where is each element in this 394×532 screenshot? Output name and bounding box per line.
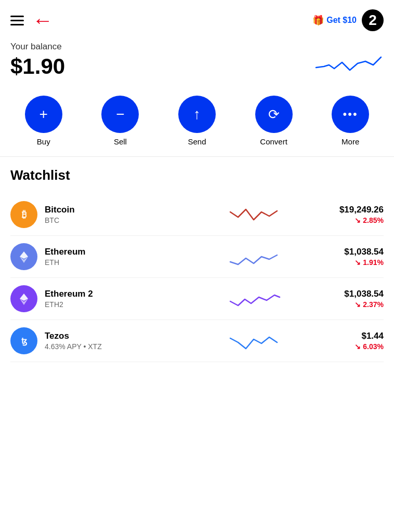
eth-price-value: $1,038.54 [326,247,384,257]
eth-chart [186,244,326,270]
eth2-price-value: $1,038.54 [326,289,384,299]
more-icon: ••• [343,108,358,121]
notification-count: 2 [369,12,377,29]
sell-label: Sell [114,137,127,146]
buy-label: Buy [37,137,50,146]
header-left: ← [10,10,53,31]
xtz-price-value: $1.44 [326,331,384,341]
buy-icon: + [40,106,48,123]
btc-info: Bitcoin BTC [45,205,186,224]
btc-chart [186,202,326,228]
btc-price-change: ↘ 2.85% [326,216,384,224]
convert-label: Convert [260,137,287,146]
eth2-name: Ethereum 2 [45,289,186,299]
sell-action[interactable]: − Sell [101,96,139,146]
btc-price-value: $19,249.26 [326,205,384,215]
eth-icon [10,243,37,270]
send-circle: ↑ [178,96,216,133]
eth2-info: Ethereum 2 ETH2 [45,289,186,309]
eth2-icon [10,285,37,312]
header-right: 🎁 Get $10 2 [312,9,384,31]
btc-price: $19,249.26 ↘ 2.85% [326,205,384,224]
btc-ticker: BTC [45,216,186,224]
buy-action[interactable]: + Buy [25,96,62,146]
eth-price: $1,038.54 ↘ 1.91% [326,247,384,267]
eth-info: Ethereum ETH [45,247,186,267]
eth2-price-change: ↘ 2.37% [326,300,384,309]
eth-price-change: ↘ 1.91% [326,258,384,267]
watchlist-section: Watchlist ₿ Bitcoin BTC $19,249.26 ↘ 2.8… [0,167,394,362]
btc-name: Bitcoin [45,205,186,215]
get-bonus-label: Get $10 [326,16,357,25]
xtz-info: Tezos 4.63% APY • XTZ [45,331,186,351]
convert-action[interactable]: ⟳ Convert [255,96,293,146]
eth2-chart [186,286,326,312]
gift-icon: 🎁 [312,15,324,26]
more-circle: ••• [332,96,369,133]
xtz-name: Tezos [45,331,186,341]
eth2-ticker: ETH2 [45,300,186,309]
eth-name: Ethereum [45,247,186,257]
balance-label: Your balance [10,42,65,52]
convert-icon: ⟳ [268,107,280,123]
send-icon: ↑ [193,106,201,123]
buy-circle: + [25,96,62,133]
sell-circle: − [101,96,139,133]
xtz-price: $1.44 ↘ 6.03% [326,331,384,351]
divider [0,156,394,157]
send-action[interactable]: ↑ Send [178,96,216,146]
crypto-row-btc[interactable]: ₿ Bitcoin BTC $19,249.26 ↘ 2.85% [10,194,384,236]
balance-left: Your balance $1.90 [10,42,65,79]
crypto-row-eth[interactable]: Ethereum ETH $1,038.54 ↘ 1.91% [10,236,384,278]
header: ← 🎁 Get $10 2 [0,0,394,36]
xtz-price-change: ↘ 6.03% [326,342,384,351]
crypto-row-xtz[interactable]: ꜩ Tezos 4.63% APY • XTZ $1.44 ↘ 6.03% [10,320,384,362]
btc-icon: ₿ [10,201,37,228]
watchlist-title: Watchlist [10,167,384,183]
balance-section: Your balance $1.90 [0,36,394,90]
more-label: More [342,137,359,146]
eth-ticker: ETH [45,258,186,267]
back-arrow-icon[interactable]: ← [32,10,53,31]
svg-text:ꜩ: ꜩ [21,337,28,346]
xtz-chart [186,328,326,354]
notification-badge[interactable]: 2 [362,9,384,31]
balance-chart [316,47,384,80]
xtz-icon: ꜩ [10,327,37,354]
get-bonus-button[interactable]: 🎁 Get $10 [312,15,357,26]
send-label: Send [188,137,206,146]
svg-text:₿: ₿ [22,209,27,220]
crypto-row-eth2[interactable]: Ethereum 2 ETH2 $1,038.54 ↘ 2.37% [10,278,384,320]
convert-circle: ⟳ [255,96,293,133]
eth2-price: $1,038.54 ↘ 2.37% [326,289,384,309]
sell-icon: − [116,106,124,123]
hamburger-menu[interactable] [10,16,24,25]
action-buttons: + Buy − Sell ↑ Send ⟳ Convert ••• More [0,90,394,156]
xtz-ticker: 4.63% APY • XTZ [45,342,186,351]
more-action[interactable]: ••• More [332,96,369,146]
balance-amount: $1.90 [10,54,65,79]
